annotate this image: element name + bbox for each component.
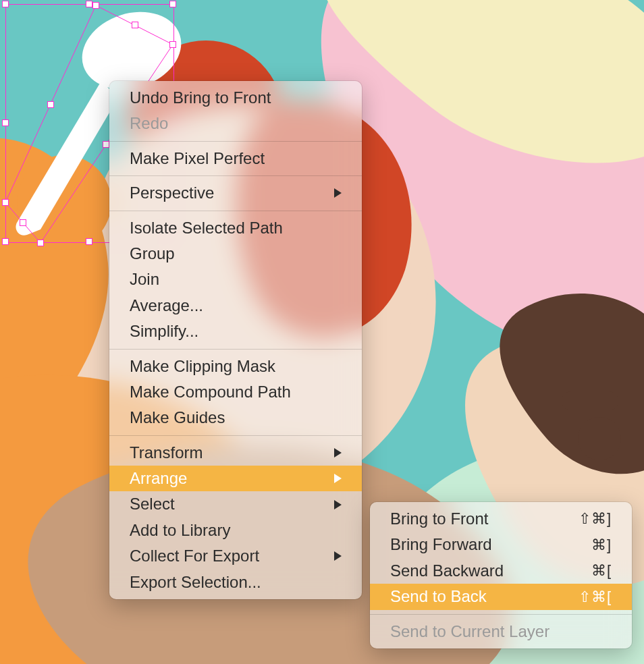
- menu-item-transform[interactable]: Transform: [109, 440, 362, 466]
- menu-separator: [370, 614, 632, 615]
- menu-item-label: Average...: [130, 295, 203, 316]
- menu-item-label: Undo Bring to Front: [130, 87, 271, 109]
- submenu-item-bring-forward[interactable]: Bring Forward ⌘]: [370, 532, 632, 557]
- menu-item-label: Add to Library: [130, 520, 230, 541]
- menu-separator: [109, 141, 362, 142]
- selection-handle-rot-b[interactable]: [169, 41, 176, 48]
- chevron-right-icon: [334, 551, 342, 561]
- menu-item-select[interactable]: Select: [109, 491, 362, 517]
- menu-item-label: Make Pixel Perfect: [130, 148, 265, 169]
- menu-item-join[interactable]: Join: [109, 267, 362, 292]
- menu-item-shortcut: ⌘]: [591, 535, 612, 555]
- submenu-item-send-backward[interactable]: Send Backward ⌘[: [370, 558, 632, 584]
- menu-item-label: Export Selection...: [130, 572, 261, 593]
- menu-item-shortcut: ⇧⌘[: [579, 587, 612, 607]
- selection-handle-ne[interactable]: [169, 1, 176, 7]
- menu-item-label: Bring to Front: [390, 508, 488, 530]
- svg-point-5: [578, 417, 621, 460]
- menu-item-label: Make Clipping Mask: [130, 356, 275, 377]
- menu-item-label: Simplify...: [130, 321, 198, 342]
- menu-item-label: Redo: [130, 113, 168, 134]
- menu-item-make-compound-path[interactable]: Make Compound Path: [109, 379, 362, 405]
- menu-item-shortcut: ⌘[: [591, 561, 612, 581]
- menu-item-perspective[interactable]: Perspective: [109, 180, 362, 206]
- selection-handle-rot-da[interactable]: [47, 101, 54, 108]
- menu-separator: [109, 175, 362, 176]
- menu-item-label: Join: [130, 269, 159, 290]
- svg-rect-4: [562, 391, 618, 410]
- menu-item-simplify[interactable]: Simplify...: [109, 319, 362, 344]
- menu-item-label: Group: [130, 243, 175, 265]
- menu-item-label: Transform: [130, 442, 203, 464]
- selection-handle-s[interactable]: [86, 238, 92, 245]
- chevron-right-icon: [334, 500, 342, 509]
- menu-item-average[interactable]: Average...: [109, 293, 362, 319]
- chevron-right-icon: [334, 188, 342, 198]
- selection-handle-rot-c[interactable]: [37, 240, 44, 246]
- menu-item-shortcut: ⇧⌘]: [579, 509, 612, 529]
- selection-handle-rot-a[interactable]: [92, 2, 99, 9]
- submenu-item-bring-to-front[interactable]: Bring to Front ⇧⌘]: [370, 506, 632, 532]
- menu-item-group[interactable]: Group: [109, 241, 362, 267]
- menu-item-label: Collect For Export: [130, 545, 259, 567]
- menu-separator: [109, 211, 362, 211]
- selection-handle-rot-d[interactable]: [2, 199, 9, 206]
- submenu-item-send-to-current-layer: Send to Current Layer: [370, 619, 632, 644]
- menu-item-label: Bring Forward: [390, 534, 492, 555]
- selection-handle-w[interactable]: [2, 119, 9, 126]
- menu-item-label: Make Guides: [130, 407, 225, 428]
- menu-item-label: Select: [130, 493, 175, 515]
- menu-item-label: Send to Back: [390, 586, 487, 607]
- menu-item-label: Send to Current Layer: [390, 621, 549, 642]
- menu-item-label: Send Backward: [390, 560, 504, 582]
- context-menu: Undo Bring to Front Redo Make Pixel Perf…: [109, 81, 362, 599]
- menu-item-undo[interactable]: Undo Bring to Front: [109, 85, 362, 111]
- menu-item-make-pixel-perfect[interactable]: Make Pixel Perfect: [109, 146, 362, 171]
- selection-handle-rot-ab[interactable]: [132, 22, 138, 28]
- menu-item-label: Perspective: [130, 182, 214, 204]
- submenu-item-send-to-back[interactable]: Send to Back ⇧⌘[: [370, 584, 632, 609]
- menu-item-redo: Redo: [109, 111, 362, 136]
- chevron-right-icon: [334, 448, 342, 458]
- menu-separator: [109, 435, 362, 436]
- menu-item-isolate-selected-path[interactable]: Isolate Selected Path: [109, 215, 362, 241]
- menu-item-collect-for-export[interactable]: Collect For Export: [109, 543, 362, 569]
- menu-item-make-clipping-mask[interactable]: Make Clipping Mask: [109, 354, 362, 379]
- selection-handle-rot-cd[interactable]: [20, 219, 26, 226]
- arrange-submenu: Bring to Front ⇧⌘] Bring Forward ⌘] Send…: [370, 502, 632, 648]
- selection-handle-rot-bc[interactable]: [103, 141, 109, 148]
- selection-handle-n[interactable]: [86, 1, 92, 7]
- menu-item-export-selection[interactable]: Export Selection...: [109, 570, 362, 595]
- menu-item-add-to-library[interactable]: Add to Library: [109, 518, 362, 543]
- menu-item-arrange[interactable]: Arrange: [109, 466, 362, 491]
- menu-separator: [109, 349, 362, 350]
- selection-handle-sw[interactable]: [2, 238, 9, 245]
- selection-handle-nw[interactable]: [2, 1, 9, 7]
- menu-item-label: Make Compound Path: [130, 381, 291, 403]
- menu-item-make-guides[interactable]: Make Guides: [109, 405, 362, 431]
- menu-item-label: Isolate Selected Path: [130, 217, 283, 239]
- menu-item-label: Arrange: [130, 468, 187, 489]
- chevron-right-icon: [334, 474, 342, 483]
